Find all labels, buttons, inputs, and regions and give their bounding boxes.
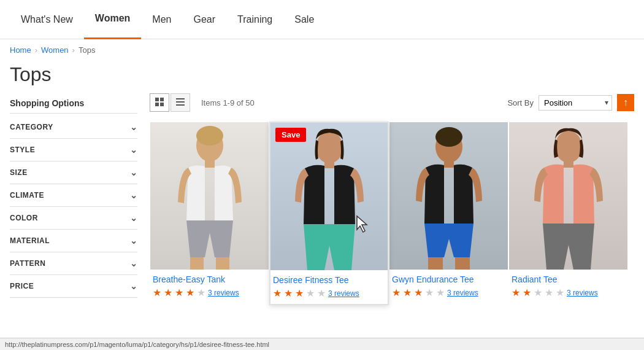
filter-pattern-header[interactable]: PATTERN ⌄ bbox=[10, 252, 137, 274]
sort-by-label: Sort By bbox=[507, 98, 534, 107]
filter-climate-header[interactable]: CLIMATE ⌄ bbox=[10, 184, 137, 206]
filter-pattern-label: PATTERN bbox=[10, 259, 45, 268]
nav-women[interactable]: Women bbox=[84, 0, 141, 39]
filter-material-label: MATERIAL bbox=[10, 236, 50, 245]
filter-material-header[interactable]: MATERIAL ⌄ bbox=[10, 230, 137, 252]
product-info-3: Gwyn Endurance Tee ★ ★ ★ ★ ★ 3 reviews bbox=[389, 270, 508, 303]
filter-style: STYLE ⌄ bbox=[10, 139, 137, 161]
breadcrumb: Home › Women › Tops bbox=[0, 39, 644, 61]
list-icon bbox=[175, 97, 185, 109]
product-card-3[interactable]: Gwyn Endurance Tee ★ ★ ★ ★ ★ 3 reviews bbox=[389, 122, 508, 305]
nav-whats-new[interactable]: What's New bbox=[10, 0, 84, 39]
svg-point-15 bbox=[435, 127, 462, 147]
breadcrumb-women[interactable]: Women bbox=[41, 45, 69, 55]
sidebar: Shopping Options CATEGORY ⌄ STYLE ⌄ SIZE… bbox=[10, 93, 137, 305]
svg-rect-10 bbox=[190, 257, 204, 270]
product-grid: Breathe-Easy Tank ★ ★ ★ ★ ★ 3 reviews Sa… bbox=[150, 122, 634, 305]
stars-2: ★ ★ ★ ★ ★ 3 reviews bbox=[273, 287, 385, 299]
reviews-link-1[interactable]: 3 reviews bbox=[208, 289, 239, 297]
svg-rect-11 bbox=[216, 257, 229, 270]
product-name-4[interactable]: Radiant Tee bbox=[512, 274, 557, 284]
filter-climate: CLIMATE ⌄ bbox=[10, 184, 137, 207]
svg-rect-2 bbox=[155, 103, 159, 106]
main-layout: Shopping Options CATEGORY ⌄ STYLE ⌄ SIZE… bbox=[0, 93, 644, 305]
product-card-2[interactable]: Save bbox=[269, 122, 389, 305]
star-1: ★ bbox=[153, 287, 161, 298]
filter-size: SIZE ⌄ bbox=[10, 161, 137, 184]
sort-select[interactable]: Position Product Name Price Rating bbox=[539, 95, 612, 111]
filter-price: PRICE ⌄ bbox=[10, 275, 137, 298]
chevron-down-icon: ⌄ bbox=[130, 168, 138, 177]
product-info-2: Desiree Fitness Tee ★ ★ ★ ★ ★ 3 reviews bbox=[270, 270, 388, 304]
star-2: ★ bbox=[164, 287, 172, 298]
filter-category-label: CATEGORY bbox=[10, 123, 53, 131]
reviews-link-4[interactable]: 3 reviews bbox=[567, 289, 598, 297]
nav-men[interactable]: Men bbox=[141, 0, 182, 39]
filter-price-label: PRICE bbox=[10, 282, 34, 290]
product-image-4 bbox=[509, 122, 627, 270]
product-card-4[interactable]: Radiant Tee ★ ★ ★ ★ ★ 3 reviews bbox=[508, 122, 628, 305]
filter-style-label: STYLE bbox=[10, 146, 35, 154]
star-4: ★ bbox=[306, 287, 315, 299]
star-5: ★ bbox=[317, 287, 326, 299]
list-view-button[interactable] bbox=[171, 93, 190, 112]
star-4: ★ bbox=[186, 287, 194, 298]
chevron-down-icon: ⌄ bbox=[130, 122, 138, 132]
star-3: ★ bbox=[414, 287, 423, 298]
product-card-1[interactable]: Breathe-Easy Tank ★ ★ ★ ★ ★ 3 reviews bbox=[150, 122, 269, 305]
svg-rect-20 bbox=[564, 160, 573, 168]
svg-point-8 bbox=[196, 126, 223, 146]
status-bar-url: http://theplatinumpress.com/p1/magento/l… bbox=[5, 341, 269, 348]
star-5: ★ bbox=[556, 287, 564, 298]
svg-rect-0 bbox=[155, 98, 159, 101]
breadcrumb-sep-2: › bbox=[72, 45, 75, 55]
svg-rect-4 bbox=[176, 98, 185, 99]
breadcrumb-home[interactable]: Home bbox=[10, 45, 31, 55]
star-2: ★ bbox=[403, 287, 412, 298]
reviews-link-3[interactable]: 3 reviews bbox=[447, 289, 478, 297]
svg-point-12 bbox=[316, 131, 343, 163]
nav-sale[interactable]: Sale bbox=[283, 0, 325, 39]
grid-view-button[interactable] bbox=[150, 93, 169, 112]
sort-up-icon: ↑ bbox=[623, 97, 628, 108]
star-4: ★ bbox=[545, 287, 553, 298]
filter-size-label: SIZE bbox=[10, 168, 28, 177]
reviews-link-2[interactable]: 3 reviews bbox=[328, 289, 359, 298]
chevron-down-icon: ⌄ bbox=[130, 236, 138, 246]
sort-select-wrapper: Position Product Name Price Rating bbox=[539, 95, 612, 111]
filter-size-header[interactable]: SIZE ⌄ bbox=[10, 161, 137, 184]
top-navigation: What's New Women Men Gear Training Sale bbox=[0, 0, 644, 39]
stars-1: ★ ★ ★ ★ ★ 3 reviews bbox=[153, 287, 266, 298]
svg-rect-1 bbox=[160, 98, 164, 101]
sort-area: Sort By Position Product Name Price Rati… bbox=[507, 94, 634, 111]
content-area: Items 1-9 of 50 Sort By Position Product… bbox=[150, 93, 634, 305]
filter-climate-label: CLIMATE bbox=[10, 191, 44, 200]
star-1: ★ bbox=[273, 287, 282, 299]
breadcrumb-current: Tops bbox=[79, 45, 95, 55]
product-name-2[interactable]: Desiree Fitness Tee bbox=[273, 275, 348, 285]
star-3: ★ bbox=[175, 287, 183, 298]
toolbar: Items 1-9 of 50 Sort By Position Product… bbox=[150, 93, 634, 112]
filter-pattern: PATTERN ⌄ bbox=[10, 252, 137, 275]
filter-style-header[interactable]: STYLE ⌄ bbox=[10, 139, 137, 161]
filter-price-header[interactable]: PRICE ⌄ bbox=[10, 275, 137, 297]
save-button[interactable]: Save bbox=[275, 128, 306, 142]
nav-training[interactable]: Training bbox=[226, 0, 283, 39]
svg-rect-18 bbox=[455, 257, 470, 270]
svg-rect-16 bbox=[444, 160, 454, 168]
svg-rect-5 bbox=[176, 101, 185, 103]
nav-gear[interactable]: Gear bbox=[182, 0, 226, 39]
chevron-down-icon: ⌄ bbox=[130, 213, 138, 223]
chevron-down-icon: ⌄ bbox=[130, 281, 138, 291]
grid-icon bbox=[155, 97, 164, 109]
chevron-down-icon: ⌄ bbox=[130, 259, 138, 268]
star-5: ★ bbox=[197, 287, 205, 298]
filter-color-header[interactable]: COLOR ⌄ bbox=[10, 207, 137, 229]
product-name-1[interactable]: Breathe-Easy Tank bbox=[153, 274, 225, 284]
filter-category-header[interactable]: CATEGORY ⌄ bbox=[10, 116, 137, 138]
star-1: ★ bbox=[512, 287, 520, 298]
product-name-3[interactable]: Gwyn Endurance Tee bbox=[392, 274, 474, 284]
filter-material: MATERIAL ⌄ bbox=[10, 230, 137, 252]
sort-direction-button[interactable]: ↑ bbox=[617, 94, 634, 111]
filter-color: COLOR ⌄ bbox=[10, 207, 137, 230]
